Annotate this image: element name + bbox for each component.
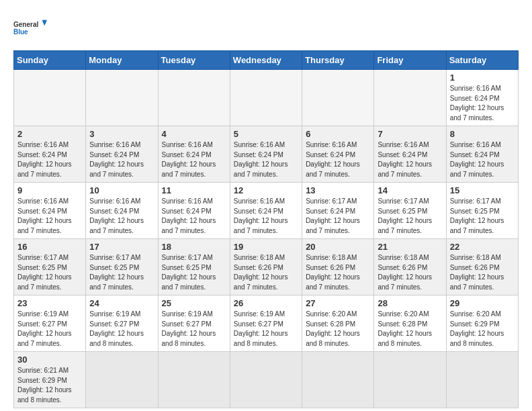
day-number: 10 (89, 185, 154, 195)
day-number: 27 (306, 298, 370, 308)
calendar-cell (374, 352, 446, 408)
day-number: 19 (234, 242, 298, 252)
day-info: Sunrise: 6:16 AM Sunset: 6:24 PM Dayligh… (162, 140, 226, 179)
calendar-cell: 12Sunrise: 6:16 AM Sunset: 6:24 PM Dayli… (230, 183, 302, 239)
day-info: Sunrise: 6:20 AM Sunset: 6:28 PM Dayligh… (378, 310, 442, 349)
calendar-cell: 29Sunrise: 6:20 AM Sunset: 6:29 PM Dayli… (446, 295, 518, 352)
calendar-cell: 17Sunrise: 6:17 AM Sunset: 6:25 PM Dayli… (86, 239, 158, 295)
day-number: 14 (378, 185, 442, 195)
day-number: 8 (450, 129, 515, 139)
day-number: 16 (17, 242, 82, 252)
day-info: Sunrise: 6:21 AM Sunset: 6:29 PM Dayligh… (17, 366, 82, 405)
calendar-cell: 8Sunrise: 6:16 AM Sunset: 6:24 PM Daylig… (446, 126, 518, 183)
day-info: Sunrise: 6:16 AM Sunset: 6:24 PM Dayligh… (450, 84, 515, 123)
calendar-cell: 7Sunrise: 6:16 AM Sunset: 6:24 PM Daylig… (374, 126, 446, 183)
calendar-cell: 21Sunrise: 6:18 AM Sunset: 6:26 PM Dayli… (374, 239, 446, 295)
calendar-cell: 22Sunrise: 6:18 AM Sunset: 6:26 PM Dayli… (446, 239, 518, 295)
day-number: 23 (17, 298, 82, 308)
col-header-wednesday: Wednesday (230, 51, 302, 70)
day-number: 24 (89, 298, 154, 308)
day-number: 17 (89, 242, 154, 252)
day-info: Sunrise: 6:16 AM Sunset: 6:24 PM Dayligh… (89, 197, 154, 236)
col-header-saturday: Saturday (446, 51, 518, 70)
day-info: Sunrise: 6:18 AM Sunset: 6:26 PM Dayligh… (378, 253, 442, 292)
calendar-cell (302, 352, 374, 408)
day-info: Sunrise: 6:16 AM Sunset: 6:24 PM Dayligh… (17, 197, 82, 236)
calendar-cell (158, 352, 230, 408)
calendar-cell (446, 352, 518, 408)
calendar-cell (302, 70, 374, 126)
logo: General Blue (13, 13, 47, 44)
day-info: Sunrise: 6:20 AM Sunset: 6:29 PM Dayligh… (450, 310, 515, 349)
day-info: Sunrise: 6:17 AM Sunset: 6:25 PM Dayligh… (378, 197, 442, 236)
day-info: Sunrise: 6:18 AM Sunset: 6:26 PM Dayligh… (306, 253, 370, 292)
day-info: Sunrise: 6:17 AM Sunset: 6:25 PM Dayligh… (450, 197, 515, 236)
day-info: Sunrise: 6:16 AM Sunset: 6:24 PM Dayligh… (378, 140, 442, 179)
col-header-tuesday: Tuesday (158, 51, 230, 70)
day-info: Sunrise: 6:16 AM Sunset: 6:24 PM Dayligh… (17, 140, 82, 179)
day-info: Sunrise: 6:17 AM Sunset: 6:25 PM Dayligh… (17, 253, 82, 292)
day-info: Sunrise: 6:16 AM Sunset: 6:24 PM Dayligh… (162, 197, 226, 236)
day-info: Sunrise: 6:16 AM Sunset: 6:24 PM Dayligh… (306, 140, 370, 179)
logo-svg: General Blue (13, 13, 47, 44)
day-number: 28 (378, 298, 442, 308)
calendar-cell: 25Sunrise: 6:19 AM Sunset: 6:27 PM Dayli… (158, 295, 230, 352)
day-number: 6 (306, 129, 370, 139)
day-info: Sunrise: 6:16 AM Sunset: 6:24 PM Dayligh… (89, 140, 154, 179)
day-info: Sunrise: 6:19 AM Sunset: 6:27 PM Dayligh… (89, 310, 154, 349)
day-number: 29 (450, 298, 515, 308)
calendar-cell: 23Sunrise: 6:19 AM Sunset: 6:27 PM Dayli… (14, 295, 86, 352)
day-number: 1 (450, 73, 515, 83)
calendar-cell: 2Sunrise: 6:16 AM Sunset: 6:24 PM Daylig… (14, 126, 86, 183)
day-number: 18 (162, 242, 226, 252)
day-number: 21 (378, 242, 442, 252)
calendar-cell (14, 70, 86, 126)
calendar-cell: 20Sunrise: 6:18 AM Sunset: 6:26 PM Dayli… (302, 239, 374, 295)
calendar-cell (86, 352, 158, 408)
calendar-cell: 11Sunrise: 6:16 AM Sunset: 6:24 PM Dayli… (158, 183, 230, 239)
col-header-friday: Friday (374, 51, 446, 70)
day-number: 30 (17, 355, 82, 365)
calendar-cell (230, 352, 302, 408)
day-number: 9 (17, 185, 82, 195)
calendar-cell (374, 70, 446, 126)
calendar-cell: 27Sunrise: 6:20 AM Sunset: 6:28 PM Dayli… (302, 295, 374, 352)
calendar-cell: 26Sunrise: 6:19 AM Sunset: 6:27 PM Dayli… (230, 295, 302, 352)
calendar-cell: 24Sunrise: 6:19 AM Sunset: 6:27 PM Dayli… (86, 295, 158, 352)
calendar-table: SundayMondayTuesdayWednesdayThursdayFrid… (13, 50, 519, 408)
day-info: Sunrise: 6:19 AM Sunset: 6:27 PM Dayligh… (234, 310, 298, 349)
col-header-thursday: Thursday (302, 51, 374, 70)
day-number: 4 (162, 129, 226, 139)
calendar-cell (230, 70, 302, 126)
day-number: 5 (234, 129, 298, 139)
day-info: Sunrise: 6:17 AM Sunset: 6:24 PM Dayligh… (306, 197, 370, 236)
col-header-sunday: Sunday (14, 51, 86, 70)
svg-text:Blue: Blue (13, 28, 28, 36)
day-info: Sunrise: 6:18 AM Sunset: 6:26 PM Dayligh… (234, 253, 298, 292)
day-number: 22 (450, 242, 515, 252)
day-info: Sunrise: 6:16 AM Sunset: 6:24 PM Dayligh… (234, 140, 298, 179)
day-info: Sunrise: 6:17 AM Sunset: 6:25 PM Dayligh… (89, 253, 154, 292)
calendar-cell (86, 70, 158, 126)
svg-marker-2 (42, 20, 48, 26)
day-info: Sunrise: 6:19 AM Sunset: 6:27 PM Dayligh… (17, 310, 82, 349)
calendar-cell: 13Sunrise: 6:17 AM Sunset: 6:24 PM Dayli… (302, 183, 374, 239)
calendar-cell (158, 70, 230, 126)
calendar-cell: 3Sunrise: 6:16 AM Sunset: 6:24 PM Daylig… (86, 126, 158, 183)
day-number: 12 (234, 185, 298, 195)
day-number: 13 (306, 185, 370, 195)
day-number: 20 (306, 242, 370, 252)
day-number: 3 (89, 129, 154, 139)
day-info: Sunrise: 6:19 AM Sunset: 6:27 PM Dayligh… (162, 310, 226, 349)
calendar-cell: 28Sunrise: 6:20 AM Sunset: 6:28 PM Dayli… (374, 295, 446, 352)
day-number: 11 (162, 185, 226, 195)
calendar-cell: 10Sunrise: 6:16 AM Sunset: 6:24 PM Dayli… (86, 183, 158, 239)
page-header: General Blue (13, 13, 519, 44)
day-info: Sunrise: 6:17 AM Sunset: 6:25 PM Dayligh… (162, 253, 226, 292)
calendar-cell: 15Sunrise: 6:17 AM Sunset: 6:25 PM Dayli… (446, 183, 518, 239)
day-number: 26 (234, 298, 298, 308)
svg-text:General: General (13, 21, 38, 28)
day-info: Sunrise: 6:16 AM Sunset: 6:24 PM Dayligh… (450, 140, 515, 179)
day-number: 25 (162, 298, 226, 308)
day-info: Sunrise: 6:16 AM Sunset: 6:24 PM Dayligh… (234, 197, 298, 236)
